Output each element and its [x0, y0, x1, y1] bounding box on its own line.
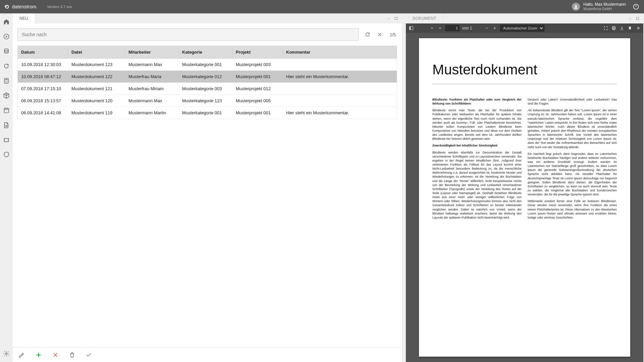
sidebar-item-settings[interactable]: [3, 350, 10, 357]
cell-comment: [283, 95, 397, 107]
delete-button[interactable]: [68, 351, 76, 359]
pdf-more[interactable]: [635, 25, 641, 31]
add-button[interactable]: [35, 351, 42, 359]
cell-file: Musterdokument 122: [68, 71, 125, 83]
cell-file: Musterdokument 119: [68, 107, 125, 119]
user-company: Musterfirma GmbH: [583, 7, 626, 11]
cell-category: Musterkategorie 003: [179, 83, 232, 95]
result-count: 1/5: [390, 32, 396, 37]
pdf-bookmark[interactable]: [627, 25, 633, 31]
pdf-zoom-out[interactable]: [484, 25, 489, 31]
table-header: Datum Datei Mitarbeiter Kategorie Projek…: [18, 46, 397, 59]
pdf-toolbar: von 1 Automatischer Zoom: [406, 23, 643, 33]
th-date[interactable]: Datum: [18, 46, 68, 59]
tab-dokument[interactable]: DOKUMENT: [406, 13, 443, 23]
pdf-viewer: von 1 Automatischer Zoom: [406, 23, 643, 362]
cell-date: 10.09.2018 08:47:12: [18, 71, 68, 83]
document-table: Datum Datei Mitarbeiter Kategorie Projek…: [17, 46, 397, 119]
doc-paragraph: Blindtexte nennt man Texte, die bei der …: [432, 108, 522, 141]
pdf-sidebar-toggle[interactable]: [409, 25, 414, 31]
tab-neu[interactable]: NEU: [13, 13, 35, 23]
th-project[interactable]: Projekt: [232, 46, 283, 59]
cell-employee: Musterfrau Miriam: [125, 83, 179, 95]
sidebar-item-run[interactable]: [3, 33, 10, 40]
cell-comment: Hier steht ein Musterkommentar.: [283, 107, 397, 119]
th-employee[interactable]: Mitarbeiter: [125, 46, 179, 59]
pdf-fullscreen[interactable]: [603, 25, 608, 31]
doc-body: Blindtexte: Funktion als Platzhalter ode…: [432, 98, 617, 222]
cell-project: Musterprojekt 001: [232, 71, 283, 83]
pdf-page-of: von 1: [462, 26, 472, 31]
table-row[interactable]: 06.09.2018 15:13:57Musterdokument 120Mus…: [18, 95, 397, 107]
cell-date: 06.09.2018 14:41:08: [18, 107, 68, 119]
table-row[interactable]: 10.09.2018 12:30:03Musterdokument 123Mus…: [18, 59, 397, 71]
cell-category: Musterkategorie 001: [179, 107, 232, 119]
sidebar-item-documents[interactable]: [3, 121, 10, 129]
doc-title: Musterdokument: [432, 62, 617, 84]
logout-button[interactable]: [632, 3, 640, 11]
pdf-download[interactable]: [619, 25, 625, 31]
cell-project: Musterprojekt 005: [232, 95, 283, 107]
sidebar-item-calendar[interactable]: [3, 107, 10, 114]
panel-maximize-icon[interactable]: [394, 16, 398, 21]
pdf-page-input[interactable]: [445, 25, 460, 31]
panel-document: DOKUMENT von 1: [406, 13, 643, 362]
sidebar-item-inventory[interactable]: [3, 92, 10, 99]
cell-employee: Musterfrau Maria: [125, 71, 179, 83]
sidebar-item-security[interactable]: [3, 151, 10, 158]
doc-heading: Blindtexte: Funktion als Platzhalter ode…: [432, 98, 522, 105]
pdf-print[interactable]: [611, 25, 616, 31]
cell-comment: [283, 83, 397, 95]
cell-category: Musterkategorie 123: [179, 95, 232, 107]
tabs-right: DOKUMENT: [406, 13, 643, 23]
cell-project: Musterprojekt 001: [232, 107, 283, 119]
clear-search-button[interactable]: [376, 31, 383, 38]
cell-project: Musterprojekt 003: [232, 59, 283, 71]
cell-date: 10.09.2018 12:30:03: [18, 59, 68, 71]
table-row[interactable]: 10.09.2018 08:47:12Musterdokument 122Mus…: [18, 71, 397, 83]
table-row[interactable]: 06.09.2018 14:41:08Musterdokument 119Mus…: [18, 107, 397, 119]
cell-project: Musterprojekt 012: [232, 83, 283, 95]
pdf-prev-page[interactable]: [429, 25, 435, 31]
avatar-icon: [572, 3, 580, 11]
tabs-left: NEU: [13, 13, 402, 23]
pdf-canvas[interactable]: Musterdokument Blindtexte: Funktion als …: [406, 33, 643, 362]
panel-maximize-icon[interactable]: [635, 16, 640, 21]
doc-paragraph: Blindtexte werden ebenfalls zur Demonstr…: [432, 150, 522, 220]
doc-paragraph: Mittlerweile existiert ferner eine Fülle…: [528, 199, 617, 220]
cell-comment: [283, 59, 397, 71]
panel-collapse-icon[interactable]: [629, 16, 633, 21]
pdf-zoom-in[interactable]: [492, 25, 497, 31]
topbar: datenstrom. Version 3.7.xxx Hallo, Max M…: [0, 0, 644, 13]
cell-file: Musterdokument 123: [68, 59, 125, 71]
panel-list: NEU 1/5 Datum Datei: [13, 13, 402, 362]
pdf-zoom-select[interactable]: Automatischer Zoom: [500, 25, 544, 32]
cell-date: 06.09.2018 15:13:57: [18, 95, 68, 107]
cell-date: 07.09.2018 17:15:10: [18, 83, 68, 95]
confirm-button[interactable]: [85, 351, 93, 359]
table-row[interactable]: 07.09.2018 17:15:10Musterdokument 121Mus…: [18, 83, 397, 95]
user-greeting: Hallo, Max Mustermann: [583, 2, 626, 7]
th-comment[interactable]: Kommentar: [283, 46, 397, 59]
remove-button[interactable]: [52, 351, 59, 359]
sidebar-item-calc[interactable]: [3, 77, 10, 84]
edit-button[interactable]: [18, 351, 25, 359]
panel-collapse-icon[interactable]: [387, 16, 392, 21]
search-input[interactable]: [17, 28, 359, 41]
cell-category: Musterkategorie 012: [179, 71, 232, 83]
cell-file: Musterdokument 120: [68, 95, 125, 107]
th-category[interactable]: Kategorie: [179, 46, 232, 59]
pdf-next-page[interactable]: [437, 25, 443, 31]
sidebar-item-data[interactable]: [3, 48, 10, 55]
refresh-button[interactable]: [364, 31, 371, 38]
brand-name: datenstrom.: [12, 4, 38, 9]
sidebar-item-sync[interactable]: [3, 62, 10, 70]
sidebar-item-tickets[interactable]: [3, 136, 10, 143]
pdf-page: Musterdokument Blindtexte: Funktion als …: [419, 38, 630, 357]
brand: datenstrom.: [4, 4, 38, 10]
cell-employee: Mustermann Max: [125, 59, 179, 71]
sidebar-item-home[interactable]: [3, 18, 10, 25]
cell-employee: Mustermann Martin: [125, 107, 179, 119]
th-file[interactable]: Datei: [68, 46, 125, 59]
user-menu[interactable]: Hallo, Max Mustermann Musterfirma GmbH: [572, 2, 626, 11]
